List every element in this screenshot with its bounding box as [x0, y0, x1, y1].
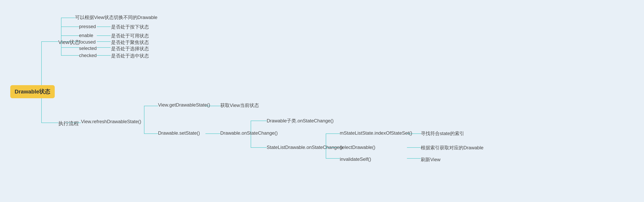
node-select-drawable-desc: 根据索引获取对应的Drawable [421, 145, 484, 151]
node-select-drawable: selectDrawable() [340, 145, 375, 150]
node-invalidate-self: invalidateSelf() [340, 156, 371, 162]
node-state-list-drawable: StateListDrawable.onStateChange() [267, 145, 342, 150]
node-invalidate-self-desc: 刷新View [421, 156, 440, 163]
node-get-drawable-state-desc: 获取View当前状态 [220, 102, 259, 109]
node-can-switch: 可以根据View状态切换不同的Drawable [75, 14, 158, 21]
node-refresh-state: View.refreshDrawableState() [81, 119, 141, 124]
node-execute-flow: 执行流程 [58, 120, 79, 127]
root-node: Drawable状态 [10, 85, 55, 98]
mind-map: Drawable状态 View状态 执行流程 可以根据View状态切换不同的Dr… [0, 0, 644, 202]
node-set-state: Drawable.setState() [158, 130, 200, 136]
node-index-of-state-set-desc: 寻找符合state的索引 [421, 130, 464, 137]
node-focused: focused [79, 39, 96, 45]
node-pressed: pressed [79, 24, 96, 29]
node-drawable-subclass: Drawable子类.onStateChange() [267, 118, 334, 124]
connectors [0, 0, 644, 202]
node-checked-desc: 是否处于选中状态 [111, 53, 149, 59]
node-selected: selected [79, 46, 96, 51]
node-pressed-desc: 是否处于按下状态 [111, 24, 149, 30]
node-checked: checked [79, 53, 96, 58]
node-index-of-state-set: mStateListState.indexOfStateSet() [340, 130, 412, 136]
node-on-state-change: Drawable.onStateChange() [220, 130, 278, 136]
node-enable-desc: 是否处于可用状态 [111, 33, 149, 39]
node-enable: enable [79, 33, 93, 38]
node-view-state: View状态 [58, 39, 80, 46]
node-selected-desc: 是否处于选择状态 [111, 46, 149, 52]
node-focused-desc: 是否处于聚焦状态 [111, 39, 149, 46]
node-get-drawable-state: View.getDrawableState() [158, 102, 210, 108]
